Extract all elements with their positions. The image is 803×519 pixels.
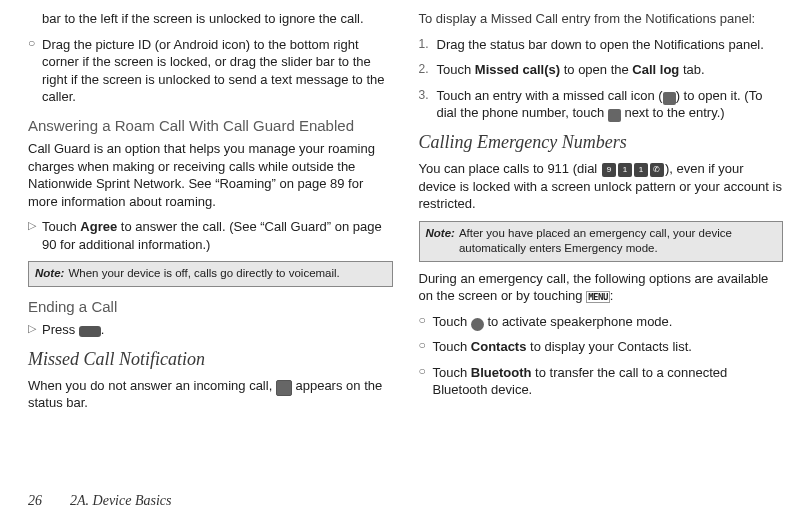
action-text: Press . — [42, 321, 393, 339]
text: Touch — [42, 219, 80, 234]
text: to display your Contacts list. — [526, 339, 691, 354]
bullet-item: ○ Touch Bluetooth to transfer the call t… — [419, 364, 784, 399]
paragraph-options: During an emergency call, the following … — [419, 270, 784, 305]
step-text: Touch Missed call(s) to open the Call lo… — [437, 61, 784, 79]
key-1-icon: 1 — [634, 163, 648, 177]
note-box: Note: When your device is off, calls go … — [28, 261, 393, 287]
text: Touch — [437, 62, 475, 77]
agree-label: Agree — [80, 219, 117, 234]
text: You can place calls to 911 (dial — [419, 161, 601, 176]
key-1-icon: 1 — [618, 163, 632, 177]
text: to open the — [560, 62, 632, 77]
key-9-icon: 9 — [602, 163, 616, 177]
instruction-heading: To display a Missed Call entry from the … — [419, 10, 784, 28]
missed-calls-label: Missed call(s) — [475, 62, 560, 77]
text: : — [610, 288, 614, 303]
bullet-item: ○ Touch Contacts to display your Contact… — [419, 338, 784, 356]
section-title: 2A. Device Basics — [70, 493, 171, 509]
text: Touch — [433, 314, 471, 329]
bullet-text: Touch Contacts to display your Contacts … — [433, 338, 784, 356]
action-triangle-icon: ▷ — [28, 321, 42, 335]
circle-bullet-icon: ○ — [28, 36, 42, 52]
circle-bullet-icon: ○ — [419, 338, 433, 354]
page-footer: 26 2A. Device Basics — [28, 485, 783, 519]
text: Press — [42, 322, 79, 337]
end-call-icon — [79, 326, 101, 337]
note-label: Note: — [35, 266, 64, 282]
missed-call-icon — [276, 380, 292, 396]
two-column-layout: bar to the left if the screen is unlocke… — [28, 6, 783, 485]
menu-icon: MENU — [586, 291, 610, 303]
action-item: ▷ Press . — [28, 321, 393, 339]
action-triangle-icon: ▷ — [28, 218, 42, 232]
call-log-label: Call log — [632, 62, 679, 77]
missed-call-small-icon — [663, 92, 676, 105]
contacts-label: Contacts — [471, 339, 527, 354]
text: When you do not answer an incoming call, — [28, 378, 276, 393]
continued-fragment: bar to the left if the screen is unlocke… — [42, 10, 393, 28]
circle-bullet-icon: ○ — [419, 364, 433, 380]
step-1: 1. Drag the status bar down to open the … — [419, 36, 784, 54]
step-number: 1. — [419, 36, 437, 53]
bullet-text: Touch to activate speakerphone mode. — [433, 313, 784, 331]
step-3: 3. Touch an entry with a missed call ico… — [419, 87, 784, 122]
heading-ending-call: Ending a Call — [28, 297, 393, 317]
bullet-item: ○ Drag the picture ID (or Android icon) … — [28, 36, 393, 106]
key-call-icon: ✆ — [650, 163, 664, 177]
text: . — [101, 322, 105, 337]
bullet-text: Touch Bluetooth to transfer the call to … — [433, 364, 784, 399]
step-text: Touch an entry with a missed call icon (… — [437, 87, 784, 122]
note-text: After you have placed an emergency call,… — [459, 226, 776, 257]
bluetooth-label: Bluetooth — [471, 365, 532, 380]
text: Touch — [433, 339, 471, 354]
left-column: bar to the left if the screen is unlocke… — [28, 6, 393, 485]
right-column: To display a Missed Call entry from the … — [419, 6, 784, 485]
heading-missed-call: Missed Call Notification — [28, 347, 393, 371]
text: Touch — [433, 365, 471, 380]
paragraph-911: You can place calls to 911 (dial 911✆), … — [419, 160, 784, 213]
page: bar to the left if the screen is unlocke… — [0, 0, 803, 519]
text: tab. — [679, 62, 704, 77]
step-number: 2. — [419, 61, 437, 78]
step-number: 3. — [419, 87, 437, 104]
heading-emergency: Calling Emergency Numbers — [419, 130, 784, 154]
action-item: ▷ Touch Agree to answer the call. (See “… — [28, 218, 393, 253]
note-label: Note: — [426, 226, 455, 257]
bullet-item: ○ Touch to activate speakerphone mode. — [419, 313, 784, 331]
step-text: Drag the status bar down to open the Not… — [437, 36, 784, 54]
call-icon — [608, 109, 621, 122]
speaker-icon — [471, 318, 484, 331]
text: Touch an entry with a missed call icon ( — [437, 88, 663, 103]
note-text: When your device is off, calls go direct… — [68, 266, 339, 282]
note-box: Note: After you have placed an emergency… — [419, 221, 784, 262]
paragraph-missed-call: When you do not answer an incoming call,… — [28, 377, 393, 412]
paragraph-call-guard: Call Guard is an option that helps you m… — [28, 140, 393, 210]
page-number: 26 — [28, 493, 42, 509]
text: to activate speakerphone mode. — [484, 314, 673, 329]
action-text: Touch Agree to answer the call. (See “Ca… — [42, 218, 393, 253]
step-2: 2. Touch Missed call(s) to open the Call… — [419, 61, 784, 79]
text: next to the entry.) — [621, 105, 725, 120]
circle-bullet-icon: ○ — [419, 313, 433, 329]
heading-roam-call: Answering a Roam Call With Call Guard En… — [28, 116, 393, 136]
bullet-text: Drag the picture ID (or Android icon) to… — [42, 36, 393, 106]
